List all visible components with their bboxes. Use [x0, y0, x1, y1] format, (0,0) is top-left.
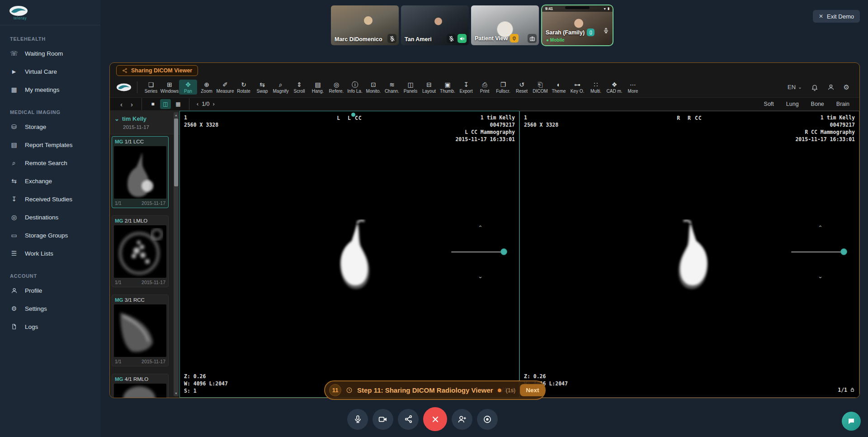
sidebar-item-storage-groups[interactable]: ▭Storage Groups	[0, 226, 100, 244]
tool-multi[interactable]: ∷Multi.	[587, 80, 605, 95]
chat-button[interactable]	[842, 412, 861, 431]
app-logo[interactable]: teleray	[0, 0, 100, 25]
tool-swap[interactable]: ⇆Swap	[253, 80, 271, 95]
preset-soft[interactable]: Soft	[764, 101, 774, 107]
sidebar-item-my-meetings[interactable]: ▦My meetings	[0, 81, 100, 99]
layout-single-button[interactable]: ■	[147, 99, 158, 109]
record-button[interactable]	[477, 409, 498, 430]
preset-bone[interactable]: Bone	[811, 101, 824, 107]
layout-two-pane-button[interactable]: ◫	[160, 99, 171, 109]
series-card-lcc[interactable]: MG 1/1 LCC 1/12015-11-17	[112, 136, 169, 208]
sidebar-item-profile[interactable]: Profile	[0, 281, 100, 299]
participant-tile-patient-view[interactable]: Patient View	[471, 5, 539, 45]
participant-tile-tan[interactable]: Tan Ameri	[401, 5, 469, 45]
sidebar-item-destinations[interactable]: ◎Destinations	[0, 208, 100, 226]
tool-reference[interactable]: ◎Refere.	[327, 80, 345, 95]
tool-cad[interactable]: ❖CAD m.	[605, 80, 623, 95]
channels-icon: ≋	[389, 81, 395, 88]
scroll-down-icon[interactable]: ⌄	[818, 274, 823, 279]
preset-lung[interactable]: Lung	[786, 101, 799, 107]
tool-more[interactable]: ⋯More	[624, 80, 642, 95]
tool-scroll[interactable]: ⇕Scroll	[290, 80, 308, 95]
tool-thumbnails[interactable]: ▣Thumb.	[439, 80, 457, 95]
window-level-slider[interactable]	[451, 248, 507, 255]
layout-grid-button[interactable]: ▦	[173, 99, 184, 109]
tool-channels[interactable]: ≋Chann.	[383, 80, 401, 95]
series-card-rcc[interactable]: MG 3/1 RCC 1/12015-11-17	[112, 294, 169, 366]
series-card-lmlo[interactable]: MG 2/1 LMLO 1/12015-11-17	[112, 215, 169, 287]
tool-reset[interactable]: ↺Reset	[513, 80, 531, 95]
exit-demo-button[interactable]: ✕ Exit Demo	[813, 10, 860, 23]
end-call-button[interactable]	[423, 407, 447, 431]
sidebar-item-received-studies[interactable]: ↧Received Studies	[0, 190, 100, 208]
sidebar-item-label: Received Studies	[25, 196, 72, 203]
scroll-up-icon[interactable]: ▲	[174, 114, 179, 117]
camera-button[interactable]	[373, 409, 393, 430]
scroll-up-icon[interactable]: ⌃	[818, 226, 823, 230]
slider-handle[interactable]	[840, 248, 847, 255]
sidebar-item-waiting-room[interactable]: ☏Waiting Room	[0, 44, 100, 62]
tool-info-labels[interactable]: ⓘInfo La.	[346, 80, 364, 95]
slider-handle[interactable]	[500, 248, 507, 255]
call-controls	[347, 407, 498, 431]
reference-icon: ◎	[334, 81, 339, 88]
thumbnail-scrollbar[interactable]: ▲ ▼	[174, 112, 179, 396]
tool-key-objects[interactable]: ⊶Key O.	[568, 80, 586, 95]
language-selector[interactable]: EN⌄	[788, 84, 802, 90]
tool-series[interactable]: ❏Series	[142, 80, 160, 95]
account-user-icon[interactable]	[827, 84, 835, 91]
pager-prev-icon[interactable]: ‹	[197, 101, 198, 107]
sidebar-item-settings[interactable]: ⚙Settings	[0, 299, 100, 318]
lock-icon	[850, 387, 855, 392]
sidebar-item-storage[interactable]: ⛁Storage	[0, 118, 100, 136]
patient-header[interactable]: ⌄tim Kelly 2015-11-17	[110, 111, 179, 134]
scroll-down-icon[interactable]: ⌄	[478, 274, 483, 279]
series-card-rmlo[interactable]: MG 4/1 RMLO 1/12015-11-17	[112, 374, 169, 398]
participant-tile-marc[interactable]: Marc DiDomenico	[331, 5, 399, 45]
tool-hanging[interactable]: ▤Hang.	[309, 80, 327, 95]
sidebar-item-remote-search[interactable]: ⌕Remote Search	[0, 154, 100, 172]
tool-print[interactable]: ⎙Print	[476, 80, 494, 95]
tool-zoom[interactable]: ⊕Zoom	[198, 80, 216, 95]
preset-brain[interactable]: Brain	[836, 101, 849, 107]
pager-next-icon[interactable]: ›	[213, 101, 215, 107]
tool-windows[interactable]: ⊞Windows	[160, 80, 179, 95]
viewport-right[interactable]: 1 2560 X 3328 R R CC 1 tim Kelly 0047921…	[519, 111, 859, 398]
camera-control-icon[interactable]	[528, 34, 537, 43]
notifications-bell-icon[interactable]	[811, 84, 818, 91]
scroll-up-icon[interactable]: ⌃	[478, 226, 483, 230]
viewport-left[interactable]: 1 2560 X 3328 L L CC 1 tim Kelly 0047921…	[179, 111, 519, 398]
scroll-icon: ⇕	[297, 81, 302, 88]
sidebar-item-work-lists[interactable]: ☰Work Lists	[0, 244, 100, 262]
sidebar-item-exchange[interactable]: ⇆Exchange	[0, 172, 100, 190]
window-level-slider[interactable]	[791, 248, 847, 255]
sidebar-item-logs[interactable]: Logs	[0, 318, 100, 336]
speaker-on-icon[interactable]	[458, 34, 467, 43]
prev-series-button[interactable]: ‹	[116, 100, 127, 108]
tool-pan[interactable]: ✥Pan	[179, 80, 197, 95]
participant-tile-sarah[interactable]: 9:41 ▼▮ Sarah (Family) ● Mobile	[541, 5, 613, 46]
next-series-button[interactable]: ›	[127, 100, 137, 108]
sidebar-item-report-templates[interactable]: ▤Report Templates	[0, 136, 100, 154]
tool-fullscreen[interactable]: ❐Fullscr.	[494, 80, 512, 95]
sidebar-item-virtual-care[interactable]: ▶Virtual Care	[0, 62, 100, 81]
tool-theme[interactable]: ◐Theme	[550, 80, 568, 95]
tool-panels[interactable]: ◫Panels	[401, 80, 420, 95]
tool-export[interactable]: ↧Export	[457, 80, 475, 95]
share-button[interactable]	[398, 409, 419, 430]
tool-layout[interactable]: ⊟Layout	[420, 80, 438, 95]
microphone-button[interactable]	[347, 409, 368, 430]
scroll-down-icon[interactable]: ▼	[174, 392, 179, 395]
export-icon: ↧	[463, 81, 469, 88]
tool-magnify[interactable]: ⌕Magnify	[272, 80, 290, 95]
settings-gear-icon[interactable]: ⚙	[844, 83, 849, 91]
add-participant-button[interactable]	[452, 409, 472, 430]
viewport-overlay-topright: 1 tim Kelly 00479217 L CC Mammography 20…	[455, 114, 515, 143]
section-title-telehealth: TELEHEALTH	[0, 25, 100, 44]
tool-dicom[interactable]: ⎗DICOM	[531, 80, 549, 95]
tool-rotate[interactable]: ↻Rotate	[235, 80, 253, 95]
tour-next-button[interactable]: Next	[520, 384, 545, 396]
scrollbar-thumb[interactable]	[174, 119, 178, 186]
tool-monitor[interactable]: ⊡Monito.	[364, 80, 382, 95]
tool-measure[interactable]: ✐Measure	[216, 80, 234, 95]
